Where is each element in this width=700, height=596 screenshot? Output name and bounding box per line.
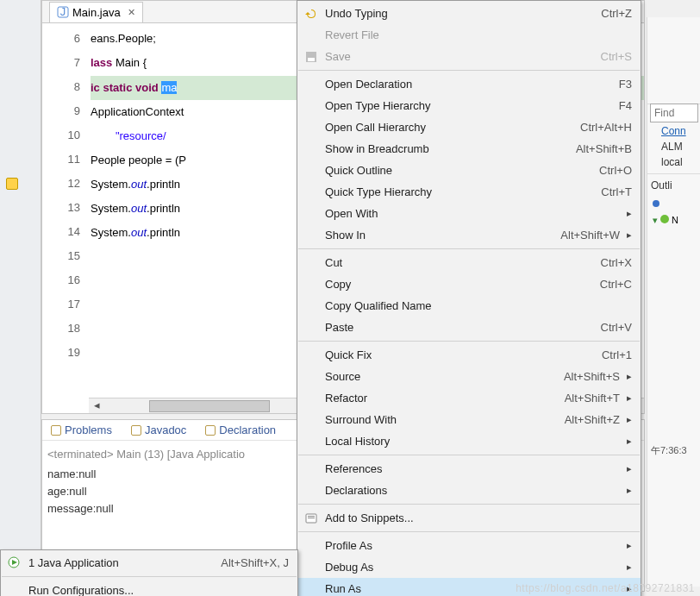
menu-item-copy[interactable]: CopyCtrl+C — [297, 273, 641, 295]
connection-line-2: local — [647, 154, 700, 170]
menu-item-open-declaration[interactable]: Open DeclarationF3 — [297, 73, 641, 95]
menu-item-accelerator: Ctrl+1 — [602, 348, 632, 361]
menu-item-label: Show In — [325, 229, 560, 242]
menu-separator — [298, 455, 640, 455]
svg-rect-6 — [308, 518, 315, 518]
line-number: 19 — [42, 341, 80, 365]
menu-item-accelerator: Ctrl+Z — [601, 7, 632, 20]
menu-item-declarations[interactable]: Declarations — [297, 480, 641, 501]
line-number: 11 — [42, 147, 80, 172]
connection-link[interactable]: Conn — [647, 123, 700, 139]
menu-item-label: Run As — [325, 582, 620, 595]
line-number: 14 — [42, 220, 80, 244]
submenu-item-label: 1 Java Application — [28, 556, 221, 569]
line-number: 16 — [42, 268, 80, 292]
menu-separator — [2, 576, 297, 577]
menu-separator — [298, 70, 640, 71]
menu-item-label: Quick Outline — [325, 164, 599, 177]
menu-separator — [298, 504, 640, 505]
outline-node-label[interactable]: N — [672, 215, 678, 226]
menu-item-accelerator: Ctrl+S — [601, 50, 632, 63]
line-number: 18 — [42, 317, 80, 341]
menu-item-debug-as[interactable]: Debug As — [297, 556, 641, 578]
menu-item-refactor[interactable]: RefactorAlt+Shift+T — [297, 387, 641, 409]
menu-item-accelerator: Ctrl+Alt+H — [580, 121, 632, 134]
line-number: 13 — [42, 196, 80, 220]
bottom-tab-problems[interactable]: Problems — [47, 422, 116, 438]
menu-item-label: Copy Qualified Name — [325, 299, 632, 312]
method-icon — [660, 215, 669, 223]
menu-item-label: Save — [325, 50, 601, 63]
menu-item-quick-outline[interactable]: Quick OutlineCtrl+O — [297, 160, 641, 181]
bottom-tab-javadoc[interactable]: Javadoc — [128, 422, 190, 438]
menu-item-label: Show in Breadcrumb — [325, 142, 576, 155]
menu-item-open-type-hierarchy[interactable]: Open Type HierarchyF4 — [297, 95, 641, 116]
snippets-icon — [304, 511, 318, 525]
scroll-left-arrow-icon[interactable]: ◂ — [89, 398, 104, 414]
left-gutter-strip — [0, 0, 41, 596]
menu-item-profile-as[interactable]: Profile As — [297, 535, 641, 556]
bottom-tab-declaration[interactable]: Declaration — [202, 422, 279, 438]
menu-item-label: Profile As — [325, 539, 620, 552]
tree-expand-icon[interactable]: ▾ — [653, 215, 658, 226]
menu-item-accelerator: Ctrl+X — [601, 256, 632, 269]
declaration-icon — [205, 425, 216, 436]
menu-separator — [298, 531, 640, 532]
find-input[interactable] — [650, 104, 698, 122]
close-tab-icon[interactable]: ✕ — [128, 7, 135, 18]
menu-item-show-in-breadcrumb[interactable]: Show in BreadcrumbAlt+Shift+B — [297, 138, 641, 160]
menu-item-copy-qualified-name[interactable]: Copy Qualified Name — [297, 295, 641, 317]
menu-item-open-call-hierarchy[interactable]: Open Call HierarchyCtrl+Alt+H — [297, 116, 641, 138]
submenu-item-label: Run Configurations... — [28, 584, 289, 596]
menu-item-add-to-snippets[interactable]: Add to Snippets... — [297, 507, 641, 529]
menu-item-references[interactable]: References — [297, 458, 641, 480]
menu-item-open-with[interactable]: Open With — [297, 203, 641, 224]
svg-text:J: J — [60, 6, 66, 18]
menu-item-label: Debug As — [325, 561, 620, 574]
menu-item-save: SaveCtrl+S — [297, 46, 641, 67]
submenu-item-java-application[interactable]: 1 Java ApplicationAlt+Shift+X, J — [1, 552, 297, 574]
submenu-item-accelerator: Alt+Shift+X, J — [221, 556, 289, 569]
line-number: 7 — [42, 51, 80, 75]
menu-item-run-as[interactable]: Run As — [297, 578, 641, 596]
outline-label: Outli — [647, 178, 700, 193]
bottom-tab-label: Javadoc — [145, 423, 186, 436]
scroll-thumb[interactable] — [149, 400, 270, 412]
line-number: 6 — [42, 27, 80, 51]
menu-item-accelerator: Alt+Shift+B — [576, 142, 632, 155]
line-number-gutter: 678910111213141516171819 — [42, 23, 89, 394]
menu-item-accelerator: Alt+Shift+W — [560, 229, 620, 242]
submenu-item-run-configurations[interactable]: Run Configurations... — [1, 580, 297, 596]
menu-item-local-history[interactable]: Local History — [297, 430, 641, 452]
timestamp-label: 午7:36:3 — [651, 444, 687, 457]
connection-line-1: ALM — [647, 139, 700, 154]
menu-item-cut[interactable]: CutCtrl+X — [297, 252, 641, 273]
menu-item-quick-type-hierarchy[interactable]: Quick Type HierarchyCtrl+T — [297, 181, 641, 203]
menu-item-surround-with[interactable]: Surround WithAlt+Shift+Z — [297, 409, 641, 430]
bottom-tab-label: Declaration — [219, 423, 276, 436]
bottom-tab-label: Problems — [65, 423, 112, 436]
menu-item-undo-typing[interactable]: Undo TypingCtrl+Z — [297, 3, 641, 24]
find-box — [650, 104, 698, 122]
menu-item-label: Open With — [325, 207, 620, 220]
editor-tab-label: Main.java — [72, 6, 121, 19]
menu-item-source[interactable]: SourceAlt+Shift+S — [297, 366, 641, 387]
javadoc-icon — [131, 425, 141, 436]
menu-item-show-in[interactable]: Show InAlt+Shift+W — [297, 224, 641, 246]
outline-node-icon — [653, 200, 659, 207]
editor-tab-main-java[interactable]: J Main.java ✕ — [49, 2, 143, 22]
menu-item-accelerator: F4 — [619, 99, 632, 112]
menu-item-accelerator: F3 — [619, 78, 632, 91]
menu-separator — [298, 341, 640, 342]
menu-item-paste[interactable]: PasteCtrl+V — [297, 317, 641, 338]
menu-item-label: Open Call Hierarchy — [325, 121, 580, 134]
menu-item-label: Local History — [325, 435, 620, 448]
right-sidebar: i Conn Conn ALM local Outli ▾ N 午7:36:3 — [647, 17, 700, 587]
undo-icon — [304, 7, 318, 21]
save-icon — [304, 50, 318, 64]
menu-item-label: Cut — [325, 256, 601, 269]
line-number: 17 — [42, 292, 80, 317]
menu-item-label: Undo Typing — [325, 7, 601, 20]
menu-item-quick-fix[interactable]: Quick FixCtrl+1 — [297, 344, 641, 366]
menu-item-label: Open Type Hierarchy — [325, 99, 619, 112]
